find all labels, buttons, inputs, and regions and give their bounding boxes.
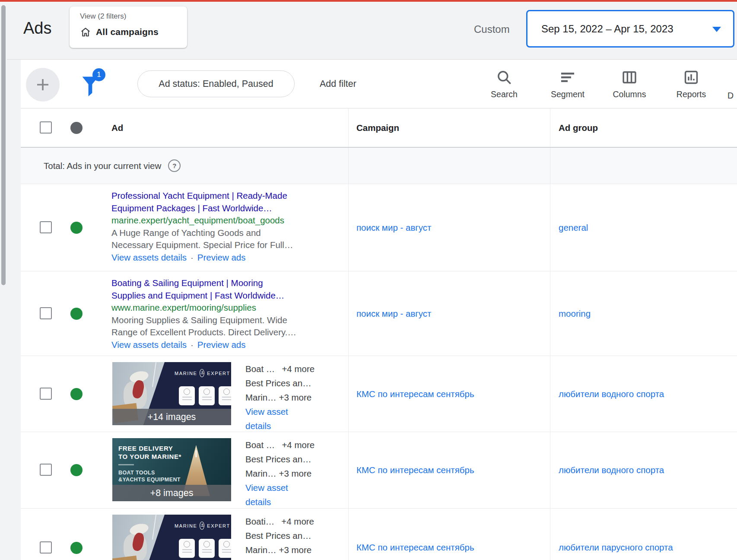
ad-image-thumbnail[interactable]: MARINE ⚓ EXPERT +14 images — [112, 515, 231, 560]
help-icon[interactable]: ? — [168, 159, 181, 172]
anchor-icon: ⚓ — [200, 369, 204, 377]
search-icon — [496, 69, 512, 86]
view-asset-details-link[interactable]: View asset — [245, 557, 323, 560]
row-checkbox[interactable] — [40, 221, 52, 233]
add-filter-button[interactable]: Add filter — [320, 70, 356, 97]
row-checkbox[interactable] — [40, 307, 52, 319]
table-header-row: Ad Campaign Ad group — [21, 108, 737, 148]
ad-headline[interactable]: Supplies and Equipment | Fast Worldwide… — [111, 290, 319, 302]
view-asset-details-link[interactable]: details — [245, 419, 323, 433]
campaign-link[interactable]: поиск мир - август — [356, 309, 431, 319]
ad-status-filter-chip[interactable]: Ad status: Enabled, Paused — [137, 70, 295, 97]
ad-group-link[interactable]: mooring — [559, 309, 591, 319]
table-row: Professional Yacht Equipment | Ready-Mad… — [21, 184, 737, 271]
row-checkbox[interactable] — [40, 464, 52, 476]
left-scrollbar-track[interactable] — [0, 2, 7, 560]
ad-headline[interactable]: Equipment Packages | Fast Worldwide… — [111, 202, 319, 215]
segment-button[interactable]: Segment — [540, 69, 596, 99]
ad-group-link[interactable]: general — [559, 223, 588, 233]
ad-group-link[interactable]: любители водного спорта — [559, 389, 664, 399]
more-images-overlay: +8 images — [112, 485, 231, 501]
ad-creative-text: FREE DELIVERY TO YOUR MARINE* BOAT TOOLS… — [118, 444, 181, 483]
ad-display-url: marine.expert/yacht_equipment/boat_goods — [111, 214, 319, 227]
table-row: FREE DELIVERY TO YOUR MARINE* BOAT TOOLS… — [21, 432, 737, 509]
reports-icon — [683, 69, 699, 86]
table-row: MARINE ⚓ EXPERT +14 images Boat …+4 more… — [21, 356, 737, 432]
ad-group-link[interactable]: любители парусного спорта — [559, 542, 673, 553]
view-asset-details-link[interactable]: details — [245, 495, 323, 509]
left-scrollbar-thumb[interactable] — [1, 5, 6, 285]
ad-display-url: www.marine.expert/mooring/supplies — [111, 302, 319, 314]
date-range-type-label: Custom — [474, 23, 510, 35]
ad-cell: FREE DELIVERY TO YOUR MARINE* BOAT TOOLS… — [21, 432, 348, 508]
reports-button[interactable]: Reports — [663, 69, 719, 99]
date-range-value: Sep 15, 2022 – Apr 15, 2023 — [541, 23, 673, 35]
asset-line: Best Prices an… — [245, 376, 323, 390]
campaign-link[interactable]: КМС по интересам сентябрь — [356, 542, 474, 553]
total-row: Total: Ads in your current view ? — [21, 148, 737, 184]
download-button-cut[interactable]: D — [727, 91, 734, 101]
asset-line: Marin… +3 more — [245, 543, 323, 557]
ad-cell: MARINE ⚓ EXPERT +14 images Boat …+4 more… — [21, 356, 348, 432]
view-filters-label: View (2 filters) — [80, 12, 126, 21]
filter-count-badge: 1 — [92, 68, 105, 81]
column-header-campaign[interactable]: Campaign — [356, 123, 399, 133]
table-row: MARINE ⚓ EXPERT +14 images Boati…+4 more… — [21, 509, 737, 560]
asset-line: Boat …+4 more — [245, 438, 323, 452]
ad-cell: MARINE ⚓ EXPERT +14 images Boati…+4 more… — [21, 509, 348, 560]
select-all-checkbox[interactable] — [40, 121, 52, 134]
row-checkbox[interactable] — [40, 388, 52, 400]
filter-button[interactable]: 1 — [80, 68, 108, 101]
row-checkbox[interactable] — [40, 541, 52, 554]
status-enabled-dot — [70, 464, 83, 476]
ad-description: A Huge Range of Yachting Goods and — [111, 227, 319, 239]
google-ads-ads-page: Ads View (2 filters) All campaigns Custo… — [0, 0, 737, 560]
asset-line: Boati…+4 more — [245, 514, 323, 528]
page-header: Ads View (2 filters) All campaigns Custo… — [7, 2, 737, 60]
status-enabled-dot — [70, 542, 83, 554]
search-label: Search — [491, 89, 518, 99]
status-enabled-dot — [70, 222, 83, 234]
column-header-ad[interactable]: Ad — [111, 123, 123, 133]
campaign-link[interactable]: КМС по интересам сентябрь — [356, 465, 474, 475]
view-asset-details-link[interactable]: View asset — [245, 480, 323, 495]
search-button[interactable]: Search — [476, 69, 532, 99]
preview-ads-link[interactable]: Preview ads — [197, 251, 246, 264]
asset-line: Boat …+4 more — [245, 362, 323, 376]
column-header-ad-group[interactable]: Ad group — [559, 123, 598, 133]
brand-logo: MARINE ⚓ EXPERT — [175, 369, 229, 377]
columns-button[interactable]: Columns — [601, 69, 658, 99]
add-ad-button[interactable] — [26, 68, 60, 102]
preview-ads-link[interactable]: Preview ads — [197, 339, 246, 351]
total-label: Total: Ads in your current view — [44, 161, 161, 171]
view-scope-selector[interactable]: View (2 filters) All campaigns — [70, 6, 187, 48]
ad-cell: Professional Yacht Equipment | Ready-Mad… — [21, 184, 348, 271]
main-content: 1 Ad status: Enabled, Paused Add filter … — [21, 60, 737, 560]
product-cards — [179, 539, 231, 558]
anchor-icon: ⚓ — [200, 522, 204, 530]
ad-image-thumbnail[interactable]: FREE DELIVERY TO YOUR MARINE* BOAT TOOLS… — [112, 438, 231, 501]
campaign-link[interactable]: КМС по интересам сентябрь — [356, 389, 474, 399]
view-assets-details-link[interactable]: View assets details — [111, 339, 187, 351]
ad-image-thumbnail[interactable]: MARINE ⚓ EXPERT +14 images — [112, 362, 231, 425]
asset-line: Best Prices an… — [245, 452, 323, 466]
status-enabled-dot — [70, 388, 83, 400]
table-row: Boating & Sailing Equipment | Mooring Su… — [21, 271, 737, 356]
columns-icon — [621, 69, 638, 86]
more-images-overlay: +14 images — [112, 409, 231, 425]
asset-line: Best Prices an… — [245, 528, 323, 543]
chevron-down-icon — [712, 27, 721, 32]
view-assets-details-link[interactable]: View assets details — [111, 251, 187, 264]
ad-headline[interactable]: Professional Yacht Equipment | Ready-Mad… — [111, 190, 319, 202]
view-asset-details-link[interactable]: View asset — [245, 404, 323, 419]
campaign-link[interactable]: поиск мир - август — [356, 223, 431, 233]
page-title: Ads — [23, 19, 51, 38]
brand-logo: MARINE ⚓ EXPERT — [175, 522, 229, 530]
ad-group-link[interactable]: любители водного спорта — [559, 465, 664, 475]
date-range-selector[interactable]: Sep 15, 2022 – Apr 15, 2023 — [526, 10, 734, 48]
ad-headline[interactable]: Boating & Sailing Equipment | Mooring — [111, 277, 319, 290]
plus-icon — [34, 76, 51, 93]
reports-label: Reports — [677, 89, 706, 99]
segment-label: Segment — [551, 89, 585, 99]
asset-line: Marin… +3 more — [245, 390, 323, 404]
